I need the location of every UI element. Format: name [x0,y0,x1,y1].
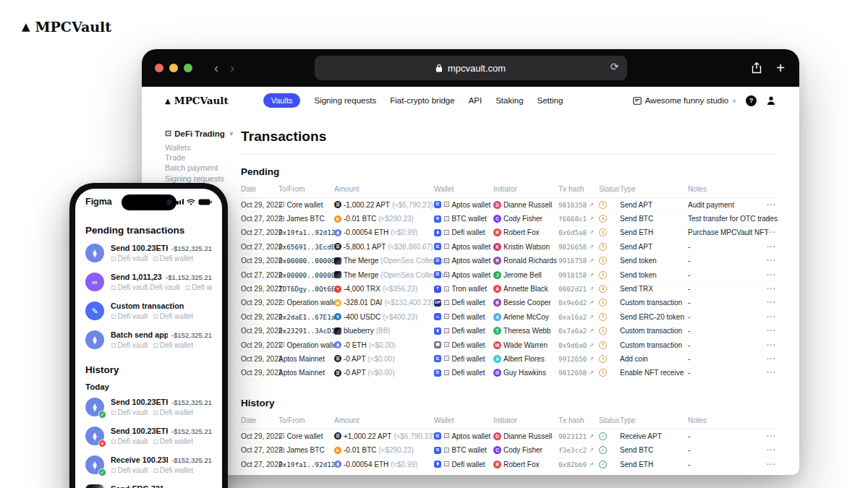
item-title: Custom transaction [111,301,184,310]
sidebar-project-switcher[interactable]: ⊡ DeFi Trading ∨ [165,129,241,138]
row-actions-button[interactable]: ··· [767,215,776,223]
cell-tx-hash[interactable]: 0x9e6d2↗ [558,299,599,307]
cell-to-from[interactable]: 0x19fa1..92d12↗ [278,228,334,236]
cell-tx-hash[interactable]: f3e3cc2↗ [558,446,599,454]
eth-icon: ⧫ [85,244,104,262]
item-amount: -$152,325.21 [171,244,212,252]
cell-tx-hash[interactable]: 9812698↗ [558,369,599,377]
table-row[interactable]: Oct 29, 2022 0x2daE1..67E1a $-400 USDC(≈… [241,310,776,324]
eth-coin-icon: ⧫ [334,341,341,348]
row-actions-button[interactable]: ··· [767,341,776,349]
cell-amount: ⧫-0.00054 ETH(≈$0.99) [334,228,434,236]
nav-tab-vaults[interactable]: Vaults [263,93,301,108]
cell-amount: ⧫-0.00054 ETH(≈$0.99) [334,461,434,468]
forward-icon[interactable]: › [224,61,240,74]
list-item[interactable]: ⧫✓ Send 100.23ETH-$152,325.21 ⊡Defi vaul… [85,393,212,421]
list-item[interactable]: ✓ Send ERC-721 ⊡Defi vault⊡Defi wallet [85,479,212,488]
list-item[interactable]: ⧫ Send 100.23ETH-$152,325.21 ⊡Defi vault… [85,239,212,267]
row-actions-button[interactable]: ··· [767,299,776,307]
cell-tx-hash[interactable]: 9823121↗ [558,432,599,440]
nav-tab-setting[interactable]: Setting [537,96,563,105]
list-item[interactable]: ∞ Send 1,011,232,323.11MATIC-$1,152,325.… [85,267,212,296]
share-icon[interactable] [752,62,762,74]
sidebar-item-wallets[interactable]: Wallets [165,142,241,153]
table-row[interactable]: Oct 27, 2022 0x65691..3EcdE↗ ☰-5,800.1 A… [241,240,776,254]
sidebar-item-signing-requests[interactable]: Signing requests [165,174,241,184]
table-row[interactable]: Oct 29, 2022 ⊡Core wallet ☰-1,000.22 APT… [241,198,776,212]
minimize-window-button[interactable] [169,64,178,72]
cell-tx-hash[interactable]: f6668c1↗ [558,215,599,223]
row-actions-button[interactable]: ··· [767,369,776,377]
list-item[interactable]: ⧫× Send 100.23ETH-$152,325.21 ⊡Defi vaul… [85,421,212,450]
reload-icon[interactable]: ⟳ [610,61,619,72]
row-actions-button[interactable]: ··· [767,285,776,293]
cell-tx-hash[interactable]: 9826658↗ [558,243,599,251]
row-actions-button[interactable]: ··· [767,446,776,454]
table-row[interactable]: Oct 27, 2022 ⊞James BTC B-0.01 BTC(≈$290… [241,443,776,457]
table-row[interactable]: Oct 29, 2022 ⊡Operation wallet ⧫-0 ETH(≈… [241,338,776,352]
row-actions-button[interactable]: ··· [767,201,776,209]
row-actions-button[interactable]: ··· [767,355,776,363]
close-window-button[interactable] [155,64,163,72]
nav-tab-signing-requests[interactable]: Signing requests [314,96,376,105]
help-button[interactable]: ? [746,95,757,106]
cell-to-from[interactable]: 0x00000..00000↗ [278,257,334,265]
cell-notes: - [688,313,767,321]
row-actions-button[interactable]: ··· [767,257,776,265]
cell-tx-hash[interactable]: 0xa16a2↗ [558,313,599,321]
list-item[interactable]: ⧫✓ Receive 100.23ETH-$152,325.21 ⊡Defi v… [85,450,212,479]
row-actions-button[interactable]: ··· [767,271,776,279]
table-row[interactable]: Oct 29, 2022 TDT6Dgy..0Qt6E T-4,000 TRX(… [241,282,776,296]
op-chain-icon: OP [434,299,441,307]
address-bar[interactable]: mpcvault.com ⟳ [315,56,627,80]
item-title: Send 1,011,232,323.11MATIC [111,273,162,281]
nav-tab-fiat-crypto-bridge[interactable]: Fiat-crypto bridge [390,96,454,105]
cell-tx-hash[interactable]: 0002d21↗ [558,285,599,293]
cell-tx-hash[interactable]: 0x82bb9↗ [558,461,599,468]
cell-tx-hash[interactable]: 9916758↗ [558,257,599,265]
cell-tx-hash[interactable]: 9912650↗ [558,355,599,363]
column-header: Notes [688,185,767,193]
new-tab-icon[interactable]: + [776,61,785,75]
workspace-switcher[interactable]: Awesome funny studio ∨ [633,96,736,105]
back-icon[interactable]: ‹ [208,61,224,74]
eth-icon: ⧫× [85,427,104,445]
nav-tab-api[interactable]: API [469,96,482,105]
table-row[interactable]: Oct 29, 2022 Aptos Mainnet ☰-0 APT(≈$0.0… [241,352,776,366]
table-row[interactable]: Oct 27, 2022 0x00000..00000↗ The Merge(O… [241,268,776,282]
cell-amount: $-400 USDC(≈$400.23) [334,313,434,321]
cell-tx-hash[interactable]: 0x7a6a2↗ [558,327,599,335]
table-row[interactable]: Oct 27, 2022 0x19fa1..92d12↗ ⧫-0.00054 E… [241,458,776,471]
cell-amount: ☰-5,800.1 APT(≈$38,860.67) [334,243,434,251]
zoom-window-button[interactable] [184,64,192,72]
table-row[interactable]: Oct 29, 2022 ⊡Operation wallet ◈-328.01 … [241,296,776,310]
table-row[interactable]: Oct 29, 2022 0x23291..3AcD1 blueberry(BB… [241,325,776,338]
row-actions-button[interactable]: ··· [767,327,776,335]
cell-status: ✓ [599,446,620,454]
app-logo[interactable]: ▲ MPCVault [165,95,229,106]
cell-tx-hash[interactable]: 0x9d6a0↗ [558,341,599,349]
row-actions-button[interactable]: ··· [767,461,776,468]
table-row[interactable]: Oct 27, 2022 ⊞James BTC B-0.01 BTC(≈$290… [241,212,776,226]
nav-tab-staking[interactable]: Staking [495,96,523,105]
row-actions-button[interactable]: ··· [767,243,776,251]
cell-to-from[interactable]: 0x19fa1..92d12↗ [278,461,334,468]
user-icon[interactable] [766,95,776,106]
sidebar-item-trade[interactable]: Trade [165,153,241,163]
table-row[interactable]: Oct 29, 2022 Aptos Mainnet ☰-0 APT(≈$0.0… [241,367,776,380]
cell-to-from[interactable]: 0x65691..3EcdE↗ [278,243,334,251]
contact-icon: ⊞ [278,215,284,223]
row-actions-button[interactable]: ··· [767,313,776,321]
table-row[interactable]: Oct 27, 2022 0x19fa1..92d12↗ ⧫-0.00054 E… [241,226,776,240]
sidebar-item-batch-payment[interactable]: Batch payment [165,163,241,173]
cell-to-from[interactable]: 0x00000..00000↗ [278,271,334,279]
table-row[interactable]: Oct 29, 2022 ⊡Core wallet ☰+1,000.22 APT… [241,429,776,443]
cell-tx-hash[interactable]: 9910158↗ [558,271,599,279]
table-row[interactable]: Oct 29, 2022 0x00000..00000↗ The Merge(O… [241,254,776,268]
row-actions-button[interactable]: ··· [767,432,776,440]
list-item[interactable]: ⧫ Batch send approval-$152,325.21 ⊡Defi … [85,325,212,354]
cell-tx-hash[interactable]: 9816358↗ [558,201,599,209]
cell-tx-hash[interactable]: 0x6d5a8↗ [558,228,599,236]
row-actions-button[interactable]: ··· [767,228,776,236]
list-item[interactable]: ✎ Custom transaction ⊡Defi vault⊡Defi wa… [85,296,212,325]
